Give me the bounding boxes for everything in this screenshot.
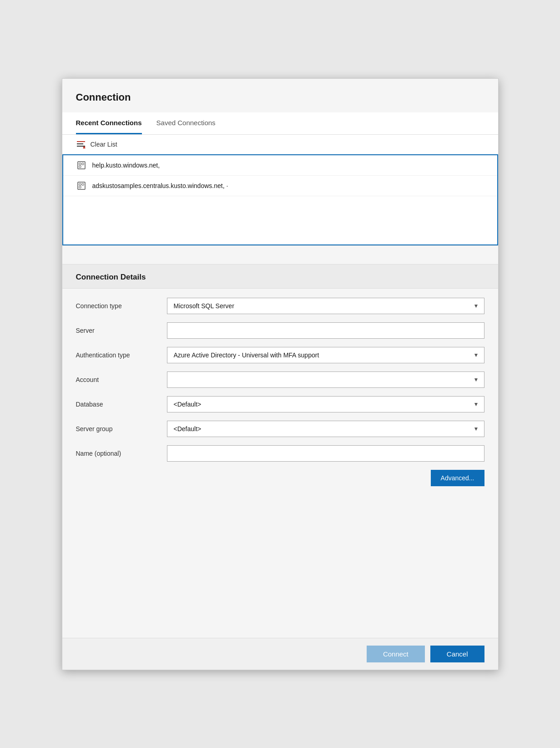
database-label: Database [76, 401, 167, 408]
database-select[interactable]: <Default> [167, 396, 484, 412]
connection-item-1[interactable]: help.kusto.windows.net, [63, 155, 497, 176]
server-group-wrapper: <Default> ▼ [167, 421, 484, 437]
tabs-bar: Recent Connections Saved Connections [62, 112, 498, 135]
advanced-button[interactable]: Advanced... [431, 470, 484, 486]
svg-rect-2 [77, 146, 85, 147]
clear-list-button[interactable]: Clear List [62, 135, 498, 154]
connection-details-section: Connection Details Connection type Micro… [62, 264, 498, 638]
svg-rect-0 [77, 141, 85, 142]
account-select[interactable] [167, 371, 484, 388]
dialog-title: Connection [62, 79, 498, 112]
connection-type-wrapper: Microsoft SQL Server PostgreSQL MySQL SQ… [167, 298, 484, 314]
server-label: Server [76, 327, 167, 334]
connection-dialog: Connection Recent Connections Saved Conn… [62, 78, 499, 670]
name-control [167, 445, 484, 462]
database-row: Database <Default> ▼ [76, 396, 484, 412]
svg-rect-1 [77, 143, 83, 144]
name-row: Name (optional) [76, 445, 484, 462]
clear-list-icon [76, 139, 86, 149]
server-row: Server [76, 322, 484, 339]
database-wrapper: <Default> ▼ [167, 396, 484, 412]
auth-type-row: Authentication type Azure Active Directo… [76, 347, 484, 363]
account-control: ▼ [167, 371, 484, 388]
tab-recent[interactable]: Recent Connections [76, 112, 142, 134]
svg-rect-5 [78, 162, 85, 169]
connection-type-control: Microsoft SQL Server PostgreSQL MySQL SQ… [167, 298, 484, 314]
server-control [167, 322, 484, 339]
name-input[interactable] [167, 445, 484, 462]
account-wrapper: ▼ [167, 371, 484, 388]
connection-item-2[interactable]: adskustosamples.centralus.kusto.windows.… [63, 176, 497, 196]
connection-icon-1 [77, 161, 86, 170]
account-row: Account ▼ [76, 371, 484, 388]
clear-list-label: Clear List [91, 141, 117, 148]
auth-type-wrapper: Azure Active Directory - Universal with … [167, 347, 484, 363]
connection-label-2: adskustosamples.centralus.kusto.windows.… [92, 182, 228, 189]
connection-icon-2 [77, 181, 86, 190]
advanced-row: Advanced... [76, 470, 484, 486]
connection-type-select[interactable]: Microsoft SQL Server PostgreSQL MySQL SQ… [167, 298, 484, 314]
svg-rect-9 [78, 182, 85, 189]
tab-saved[interactable]: Saved Connections [156, 112, 216, 134]
connection-type-label: Connection type [76, 302, 167, 310]
auth-type-select[interactable]: Azure Active Directory - Universal with … [167, 347, 484, 363]
form-area: Connection type Microsoft SQL Server Pos… [62, 289, 498, 495]
server-group-row: Server group <Default> ▼ [76, 421, 484, 437]
server-group-select[interactable]: <Default> [167, 421, 484, 437]
account-label: Account [76, 376, 167, 383]
auth-type-control: Azure Active Directory - Universal with … [167, 347, 484, 363]
connection-type-row: Connection type Microsoft SQL Server Pos… [76, 298, 484, 314]
connections-list: help.kusto.windows.net, adskustosamples.… [62, 154, 498, 245]
server-group-label: Server group [76, 425, 167, 433]
recent-panel: Clear List help.kusto.windows.net, [62, 135, 498, 246]
details-header: Connection Details [62, 264, 498, 289]
cancel-button[interactable]: Cancel [430, 646, 484, 662]
connection-label-1: help.kusto.windows.net, [92, 162, 160, 169]
database-control: <Default> ▼ [167, 396, 484, 412]
name-label: Name (optional) [76, 450, 167, 457]
spacer [62, 246, 498, 264]
server-group-control: <Default> ▼ [167, 421, 484, 437]
connect-button[interactable]: Connect [367, 646, 425, 662]
auth-type-label: Authentication type [76, 351, 167, 359]
server-input[interactable] [167, 322, 484, 339]
dialog-footer: Connect Cancel [62, 638, 498, 670]
